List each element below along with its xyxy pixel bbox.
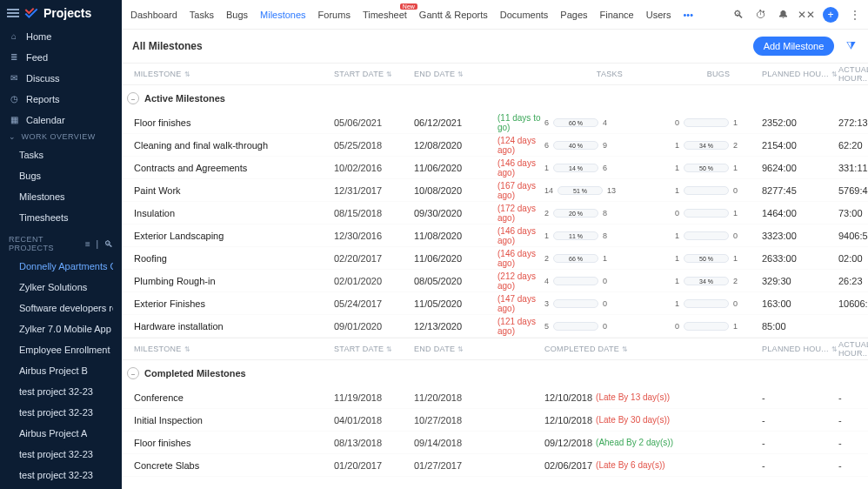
tab-finance[interactable]: Finance	[600, 2, 634, 28]
milestone-row[interactable]: Cleaning and final walk-through05/25/201…	[122, 134, 868, 157]
recent-project-item[interactable]: Zylker 7.0 Mobile App	[0, 318, 122, 339]
end-date: 12/08/2020	[414, 140, 494, 151]
milestone-name: Conference	[134, 392, 334, 403]
tab-gantt-reports[interactable]: Gantt & Reports	[419, 2, 488, 28]
bell-icon[interactable]: 🔔︎	[778, 9, 790, 21]
recent-project-item[interactable]: Software developers re	[0, 298, 122, 318]
recent-project-item[interactable]: test project 32-23	[0, 381, 122, 402]
nav-feed[interactable]: ≣Feed	[0, 47, 122, 68]
add-button[interactable]: +	[823, 7, 838, 23]
milestone-row[interactable]: Paint Work12/31/201710/08/2020(167 days …	[122, 179, 868, 202]
col-milestone[interactable]: MILESTONE⇅	[134, 70, 334, 78]
col-bugs[interactable]: BUGS	[675, 70, 762, 78]
milestone-row[interactable]: Conference11/19/201811/20/201812/10/2018…	[122, 386, 868, 409]
tasks-progress: 266 %1	[544, 254, 607, 263]
col-planned[interactable]: PLANNED HOU...⇅	[762, 70, 838, 78]
recent-project-item[interactable]: Airbus Project A	[0, 423, 122, 444]
nav-label: Reports	[26, 94, 60, 104]
nav-calendar[interactable]: ▦Calendar	[0, 110, 122, 126]
start-date: 04/01/2018	[334, 415, 414, 425]
col-start[interactable]: START DATE⇅	[334, 345, 414, 353]
planned-hours: 163:00	[762, 298, 838, 309]
milestone-row[interactable]: Insulation08/15/201809/30/2020(172 days …	[122, 202, 868, 224]
recent-project-item[interactable]: test project 32-23	[0, 465, 122, 486]
recent-project-item[interactable]: Airbus Project B	[0, 360, 122, 381]
feed-icon: ≣	[9, 52, 19, 63]
milestone-row[interactable]: Hardware installation09/01/202012/13/202…	[122, 315, 868, 338]
collapse-completed-icon[interactable]: –	[127, 367, 139, 379]
tab-bugs[interactable]: Bugs	[226, 2, 248, 28]
col-end[interactable]: END DATE⇅	[414, 345, 494, 353]
sidebar: Projects ⌂Home≣Feed✉Discuss◷Reports▦Cale…	[0, 0, 122, 489]
recent-project-item[interactable]: ⊞Century LB	[0, 486, 122, 489]
recent-projects-title: RECENT PROJECTS	[9, 235, 75, 252]
milestone-row[interactable]: Contracts and Agreements10/02/201611/06/…	[122, 157, 868, 179]
completed-note: (Late By 30 day(s))	[596, 415, 670, 425]
completed-date: 09/12/2018 (Ahead By 2 day(s))	[544, 438, 762, 448]
page-title: All Milestones	[132, 40, 203, 52]
milestone-row[interactable]: Initial Inspection04/01/201810/27/201812…	[122, 409, 868, 432]
bugs-progress: 134 %2	[675, 141, 738, 150]
nav-discuss[interactable]: ✉Discuss	[0, 68, 122, 89]
col-start[interactable]: START DATE⇅	[334, 70, 414, 78]
milestone-row[interactable]: Floor finishes08/13/201809/14/201809/12/…	[122, 432, 868, 454]
tab-documents[interactable]: Documents	[500, 2, 549, 28]
recent-project-item[interactable]: test project 32-23	[0, 402, 122, 423]
milestone-row[interactable]: Roofing02/20/201711/06/2020(146 days ago…	[122, 247, 868, 270]
milestone-row[interactable]: Concrete Slabs01/20/201701/27/201702/06/…	[122, 454, 868, 477]
add-milestone-button[interactable]: Add Milestone	[753, 37, 835, 56]
nav-milestones[interactable]: Milestones	[0, 186, 122, 207]
tab-dashboard[interactable]: Dashboard	[130, 2, 177, 28]
actual-hours: 272:13	[838, 117, 868, 128]
end-date: 11/06/2020	[414, 163, 494, 173]
chevron-down-icon[interactable]: ⌄	[9, 132, 17, 141]
actual-hours: 26:23	[838, 276, 868, 286]
recent-project-item[interactable]: Zylker Solutions	[0, 277, 122, 298]
planned-hours: 8277:45	[762, 185, 838, 196]
end-date: 09/14/2018	[414, 438, 544, 448]
col-actual[interactable]: ACTUAL HOUR...⇅	[838, 340, 868, 358]
menu-toggle[interactable]	[7, 9, 19, 17]
milestone-row[interactable]: Floor finishes05/06/202106/12/2021(11 da…	[122, 111, 868, 134]
milestone-row[interactable]: Exterior Landscaping12/30/201611/08/2020…	[122, 224, 868, 247]
tab-tasks[interactable]: Tasks	[190, 2, 214, 28]
col-end[interactable]: END DATE⇅	[414, 70, 494, 78]
nav-home[interactable]: ⌂Home	[0, 26, 122, 47]
col-milestone[interactable]: MILESTONE⇅	[134, 345, 334, 353]
nav-tasks[interactable]: Tasks	[0, 144, 122, 165]
col-completed[interactable]: COMPLETED DATE⇅	[544, 345, 762, 353]
search-icon[interactable]: 🔍︎	[732, 9, 744, 21]
tab-users[interactable]: Users	[646, 2, 671, 28]
timer-icon[interactable]: ⏱	[755, 9, 767, 21]
search-icon[interactable]: 🔍︎	[104, 239, 114, 249]
tabs-more[interactable]: •••	[683, 2, 693, 28]
actual-hours: 62:20	[838, 140, 868, 151]
nav-reports[interactable]: ◷Reports	[0, 89, 122, 110]
tab-forums[interactable]: Forums	[318, 2, 351, 28]
days-note: (146 days ago)	[497, 249, 544, 268]
tab-pages[interactable]: Pages	[560, 2, 587, 28]
start-date: 02/01/2020	[334, 276, 414, 286]
completed-date: 02/06/2017 (Late By 6 day(s))	[544, 460, 762, 471]
recent-project-item[interactable]: Donnelly Apartments C	[0, 256, 122, 277]
recent-project-item[interactable]: test project 32-23	[0, 444, 122, 465]
col-planned[interactable]: PLANNED HOU...⇅	[762, 345, 838, 353]
milestone-row[interactable]: Exterior Finishes05/24/201711/05/2020(14…	[122, 292, 868, 315]
recent-project-item[interactable]: Employee Enrollment	[0, 339, 122, 360]
nav-bugs[interactable]: Bugs	[0, 165, 122, 186]
collapse-active-icon[interactable]: –	[127, 92, 139, 104]
col-tasks[interactable]: TASKS	[544, 70, 675, 78]
topbar-more[interactable]: ⋮	[849, 9, 861, 21]
planned-hours: 2633:00	[762, 253, 838, 264]
tools-icon[interactable]: ✕✕	[800, 9, 812, 21]
list-icon[interactable]: ≡	[85, 239, 90, 249]
start-date: 12/31/2017	[334, 185, 414, 196]
filter-icon[interactable]: ⧩	[843, 39, 859, 53]
nav-timesheets[interactable]: Timesheets	[0, 207, 122, 228]
days-note: (167 days ago)	[497, 181, 544, 200]
milestone-row[interactable]: Plumbing Rough-in02/01/202008/05/2020(21…	[122, 270, 868, 292]
tab-milestones[interactable]: Milestones	[260, 2, 306, 28]
start-date: 12/30/2016	[334, 231, 414, 241]
col-actual[interactable]: ACTUAL HOUR...⇅	[838, 65, 868, 83]
tab-timesheet[interactable]: TimesheetNew	[363, 2, 407, 28]
